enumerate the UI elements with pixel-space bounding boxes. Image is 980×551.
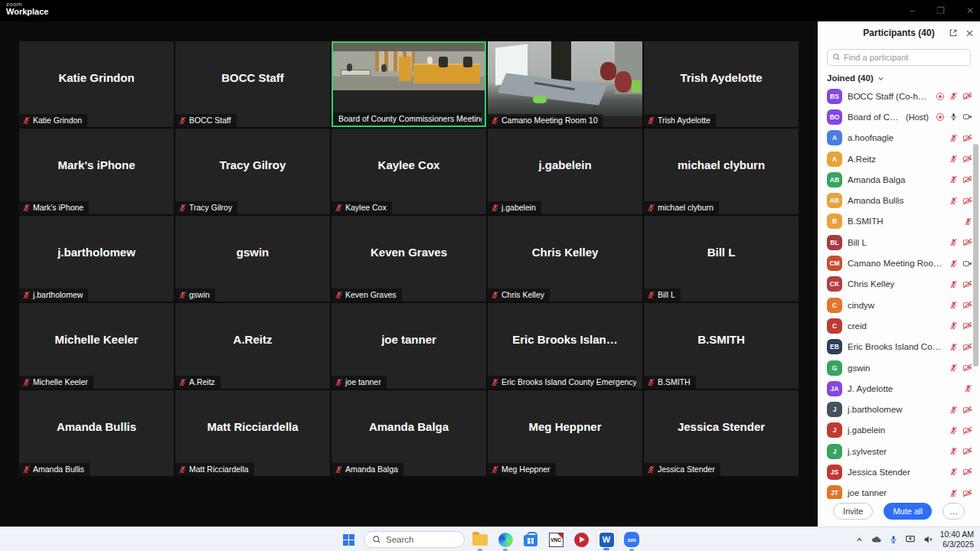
participant-tile[interactable]: Jessica StenderJessica Stender — [644, 390, 799, 476]
participant-tile[interactable]: Mark's iPhoneMark's iPhone — [19, 129, 174, 214]
participant-row[interactable]: BSBOCC Staff (Co-host, me) — [827, 86, 972, 106]
participant-name: gswin — [848, 364, 944, 373]
participant-tile[interactable]: Trish AydelotteTrish Aydelotte — [644, 41, 799, 127]
participant-tile[interactable]: Tracy GilroyTracy Gilroy — [175, 129, 330, 214]
participant-tile[interactable]: Eric Brooks Islan…Eric Brooks Island Cou… — [488, 303, 642, 389]
participant-row[interactable]: Jj.gabelein — [827, 420, 972, 441]
participant-tile[interactable]: Amanda BalgaAmanda Balga — [332, 390, 486, 476]
tile-display-name: A.Reitz — [175, 303, 330, 375]
participant-row[interactable]: Jj.bartholomew — [827, 399, 972, 419]
participant-row[interactable]: Aa.hoofnagle — [827, 128, 972, 148]
participant-row[interactable]: BOBoard of County Co…(Host) — [827, 106, 972, 127]
mute-all-button[interactable]: Mute all — [884, 503, 932, 520]
participant-row[interactable]: AA.Reitz — [827, 148, 972, 169]
participant-search[interactable] — [827, 49, 971, 66]
tile-name-label: Mark's iPhone — [19, 201, 89, 214]
participant-tile[interactable]: A.ReitzA.Reitz — [175, 303, 330, 389]
participant-tile[interactable]: B.SMITHB.SMITH — [644, 303, 799, 389]
muted-mic-icon — [949, 197, 958, 205]
speaker-muted-icon[interactable] — [923, 534, 933, 545]
participant-name: cindyw — [848, 301, 944, 310]
participant-row[interactable]: CKChris Kelley — [827, 274, 972, 295]
tile-label-text: michael clyburn — [658, 203, 714, 212]
participant-tile[interactable]: joe tannerjoe tanner — [332, 303, 486, 389]
participant-tile[interactable]: Matt RicciardellaMatt Ricciardella — [175, 390, 330, 476]
hidden-icons-chevron-icon[interactable] — [855, 536, 864, 544]
tile-display-name: Eric Brooks Islan… — [488, 303, 642, 375]
participant-tile[interactable]: Kaylee CoxKaylee Cox — [332, 129, 486, 214]
participants-scrollbar[interactable] — [973, 119, 978, 525]
participant-row[interactable]: ABAmanda Bullis — [827, 190, 972, 210]
microsoft-store-button[interactable] — [521, 530, 541, 549]
participant-tile[interactable]: Katie GrindonKatie Grindon — [19, 41, 174, 127]
participant-tile[interactable]: Camano Meeting Room 10 — [488, 41, 642, 127]
participant-tile[interactable]: Keven GravesKeven Graves — [332, 216, 486, 302]
participant-tile[interactable]: Amanda BullisAmanda Bullis — [19, 390, 174, 476]
cast-display-icon[interactable] — [905, 534, 916, 545]
participant-row[interactable]: Ccreid — [827, 315, 972, 336]
tile-label-text: j.bartholomew — [33, 290, 83, 299]
tile-name-label: Michelle Keeler — [19, 376, 93, 389]
camera-off-icon — [962, 321, 972, 330]
tile-label-text: Eric Brooks Island County Emergency Mana… — [501, 377, 636, 386]
camera-off-icon — [962, 447, 972, 455]
muted-mic-icon — [949, 238, 958, 246]
avatar: C — [827, 298, 842, 313]
minimize-button[interactable]: – — [910, 5, 915, 16]
joined-section-header[interactable]: Joined (40) — [818, 69, 980, 86]
word-button[interactable]: W — [596, 530, 616, 549]
participant-name: creid — [848, 321, 944, 331]
participant-name: j.gabelein — [848, 425, 944, 435]
participant-tile[interactable]: j.bartholomewj.bartholomew — [19, 216, 174, 302]
invite-button[interactable]: Invite — [833, 503, 873, 520]
participant-row[interactable]: EBEric Brooks Island County Emer… — [827, 337, 972, 357]
participant-row[interactable]: Ccindyw — [827, 295, 972, 315]
microphone-in-use-icon[interactable] — [889, 535, 898, 544]
taskbar-clock[interactable]: 10:40 AM 6/3/2025 — [940, 530, 974, 549]
participant-tile[interactable]: Bill LBill L — [644, 216, 799, 302]
tile-name-label: Eric Brooks Island County Emergency Mana… — [488, 376, 636, 389]
tile-display-name: B.SMITH — [644, 303, 799, 375]
search-input[interactable] — [844, 53, 965, 62]
more-options-button[interactable]: … — [942, 503, 965, 520]
participant-row[interactable]: BB.SMITH — [827, 211, 972, 232]
participant-row[interactable]: Jj.sylvester — [827, 441, 972, 461]
participant-row[interactable]: JAJ. Aydelotte — [827, 378, 972, 399]
participant-tile[interactable]: Board of County Commissioners Meeting — [332, 41, 486, 127]
participant-row[interactable]: BLBill L — [827, 232, 972, 253]
participant-row[interactable]: JSJessica Stender — [827, 461, 972, 482]
muted-mic-icon — [949, 468, 958, 476]
participant-tile[interactable]: gswingswin — [175, 216, 330, 302]
participant-tile[interactable]: Chris KelleyChris Kelley — [488, 216, 642, 302]
tile-display-name: j.gabelein — [488, 129, 642, 201]
muted-mic-icon — [949, 301, 958, 309]
joined-label: Joined (40) — [827, 73, 874, 83]
participant-tile[interactable]: j.gabeleinj.gabelein — [488, 129, 642, 214]
media-player-button[interactable] — [571, 530, 591, 549]
vnc-viewer-button[interactable]: VNC — [546, 530, 566, 549]
participant-row[interactable]: JTjoe tanner — [827, 483, 972, 499]
edge-browser-button[interactable] — [495, 530, 515, 549]
participant-row[interactable]: CMCamano Meeting Room 10 — [827, 253, 972, 273]
close-panel-icon[interactable] — [965, 29, 974, 37]
participant-tile[interactable]: Michelle KeelerMichelle Keeler — [19, 303, 174, 389]
popout-panel-icon[interactable] — [949, 28, 958, 37]
zoom-app-button[interactable]: zm — [622, 530, 642, 549]
taskbar-search[interactable]: Search — [364, 531, 465, 548]
participant-row[interactable]: ABAmanda Balga — [827, 169, 972, 190]
participant-tile[interactable]: michael clyburnmichael clyburn — [644, 129, 799, 214]
participant-tile[interactable]: Meg HeppnerMeg Heppner — [488, 390, 642, 476]
onedrive-cloud-icon[interactable] — [871, 534, 882, 546]
participants-footer: Invite Mute all … — [818, 499, 980, 527]
avatar: CK — [827, 276, 842, 292]
scrollbar-thumb[interactable] — [973, 144, 978, 367]
participant-row[interactable]: Ggswin — [827, 357, 972, 378]
maximize-button[interactable]: ❐ — [936, 5, 945, 16]
participant-tile[interactable]: BOCC StaffBOCC Staff — [175, 41, 330, 127]
word-icon: W — [599, 533, 614, 547]
file-explorer-button[interactable] — [470, 530, 490, 549]
participant-name: j.sylvester — [848, 447, 944, 456]
mic-on-icon — [949, 112, 958, 121]
close-button[interactable]: ✕ — [966, 5, 974, 16]
start-button[interactable] — [338, 530, 358, 549]
